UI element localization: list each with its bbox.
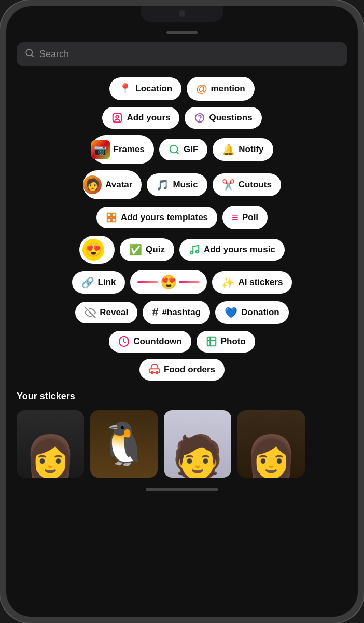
food-orders-button[interactable]: Food orders xyxy=(139,359,225,381)
sticker-row-2: Add yours Questions xyxy=(102,107,261,129)
home-indicator xyxy=(146,488,218,491)
mention-button[interactable]: @ mention xyxy=(187,77,255,101)
questions-button[interactable]: Questions xyxy=(185,107,261,129)
svg-rect-10 xyxy=(107,218,111,222)
cutouts-button[interactable]: ✂️ Cutouts xyxy=(213,173,281,196)
photo-icon xyxy=(206,336,217,347)
quiz-label: Quiz xyxy=(146,245,165,255)
svg-line-1 xyxy=(31,55,33,56)
avatar-icon: 🧑 xyxy=(83,175,102,194)
drag-handle xyxy=(166,31,198,34)
svg-rect-8 xyxy=(107,213,111,217)
poll-button[interactable]: ≡ Poll xyxy=(222,206,268,229)
sticker-row-7: 🔗 Link 😍 ✨ AI stickers xyxy=(72,270,292,294)
svg-point-6 xyxy=(170,145,178,153)
gif-button[interactable]: GIF xyxy=(159,139,207,160)
reveal-icon xyxy=(85,307,96,318)
donation-button[interactable]: 💙 Donation xyxy=(215,301,289,324)
ai-stickers-button[interactable]: ✨ AI stickers xyxy=(212,271,292,294)
frames-button[interactable]: 📷 Frames xyxy=(91,135,154,164)
add-yours-templates-icon xyxy=(106,212,117,223)
svg-point-12 xyxy=(190,251,193,254)
frames-label: Frames xyxy=(114,144,145,155)
svg-point-3 xyxy=(116,115,119,118)
hashtag-label: #hashtag xyxy=(162,307,201,318)
your-stickers-title: Your stickers xyxy=(17,391,347,402)
gif-icon xyxy=(169,144,180,155)
svg-rect-16 xyxy=(207,337,216,346)
location-label: Location xyxy=(135,84,172,94)
sticker-person-4[interactable]: 👩 xyxy=(237,410,305,478)
countdown-button[interactable]: Countdown xyxy=(109,331,191,353)
stickers-grid: 📍 Location @ mention Add yours xyxy=(6,77,358,381)
sticker-row-6: 😍 ✅ Quiz Add yours music xyxy=(79,236,285,264)
search-bar[interactable]: Search xyxy=(17,42,347,66)
add-yours-label: Add yours xyxy=(127,113,170,123)
svg-point-13 xyxy=(196,250,199,253)
cutouts-label: Cutouts xyxy=(239,180,272,190)
link-button[interactable]: 🔗 Link xyxy=(72,271,125,294)
hashtag-button[interactable]: # #hashtag xyxy=(143,301,210,324)
person2-image: 🐧 xyxy=(90,410,158,478)
add-yours-button[interactable]: Add yours xyxy=(102,107,179,129)
svg-line-7 xyxy=(176,152,178,154)
food-orders-label: Food orders xyxy=(164,364,215,375)
donation-icon: 💙 xyxy=(225,306,237,319)
location-button[interactable]: 📍 Location xyxy=(109,77,181,100)
questions-label: Questions xyxy=(209,113,252,123)
volume-toggle-button xyxy=(0,100,1,128)
add-yours-templates-label: Add yours templates xyxy=(121,212,208,223)
svg-rect-11 xyxy=(112,218,116,222)
special-inner: 😍 xyxy=(137,274,200,290)
camera-icon xyxy=(179,10,185,17)
add-yours-templates-button[interactable]: Add yours templates xyxy=(96,207,217,228)
sticker-person-3[interactable]: 🧑 xyxy=(164,410,231,478)
cutouts-icon: ✂️ xyxy=(222,179,235,191)
sticker-avatars: 👩 🐧 🧑 👩 xyxy=(17,410,347,478)
add-yours-music-button[interactable]: Add yours music xyxy=(179,239,285,261)
music-icon: 🎵 xyxy=(156,179,169,191)
music-button[interactable]: 🎵 Music xyxy=(147,173,207,196)
poll-label: Poll xyxy=(242,212,258,223)
music-label: Music xyxy=(173,180,198,190)
sticker-row-3: 📷 Frames GIF 🔔 Notify xyxy=(91,135,273,164)
donation-label: Donation xyxy=(241,307,279,318)
phone-frame: Search 📍 Location @ mention xyxy=(0,0,364,623)
svg-rect-9 xyxy=(112,213,116,217)
add-yours-music-label: Add yours music xyxy=(204,245,275,255)
sticker-person-2[interactable]: 🐧 xyxy=(90,410,158,478)
avatar-label: Avatar xyxy=(105,180,132,190)
screen-content: Search 📍 Location @ mention xyxy=(6,6,358,617)
countdown-icon xyxy=(118,336,130,347)
special-emoji-icon: 😍 xyxy=(160,274,177,290)
reveal-label: Reveal xyxy=(100,307,128,318)
emoji-face-button[interactable]: 😍 xyxy=(79,236,115,264)
sticker-row-5: Add yours templates ≡ Poll xyxy=(96,206,268,229)
pink-line xyxy=(137,281,158,283)
notify-icon: 🔔 xyxy=(222,143,235,156)
ai-stickers-label: AI stickers xyxy=(238,277,283,288)
photo-button[interactable]: Photo xyxy=(197,331,255,353)
notify-button[interactable]: 🔔 Notify xyxy=(213,138,273,161)
emoji-face-icon: 😍 xyxy=(82,239,104,261)
food-orders-icon xyxy=(149,364,160,375)
add-yours-icon xyxy=(111,112,123,124)
reveal-button[interactable]: Reveal xyxy=(75,302,137,323)
hashtag-icon: # xyxy=(152,306,158,319)
location-icon: 📍 xyxy=(119,83,132,95)
sticker-row-1: 📍 Location @ mention xyxy=(109,77,254,101)
mention-label: mention xyxy=(211,84,245,94)
countdown-label: Countdown xyxy=(133,336,181,347)
frames-icon: 📷 xyxy=(91,140,110,159)
mention-icon: @ xyxy=(196,82,207,96)
special-emoji-sticker[interactable]: 😍 xyxy=(130,270,207,294)
link-label: Link xyxy=(98,277,116,288)
photo-label: Photo xyxy=(221,336,246,347)
ai-stickers-icon: ✨ xyxy=(221,276,234,289)
person4-image: 👩 xyxy=(237,410,305,478)
volume-down-button xyxy=(0,183,1,219)
avatar-button[interactable]: 🧑 Avatar xyxy=(83,170,142,199)
quiz-button[interactable]: ✅ Quiz xyxy=(120,238,174,261)
sticker-row-10: Food orders xyxy=(139,359,225,381)
sticker-person-1[interactable]: 👩 xyxy=(17,410,84,478)
